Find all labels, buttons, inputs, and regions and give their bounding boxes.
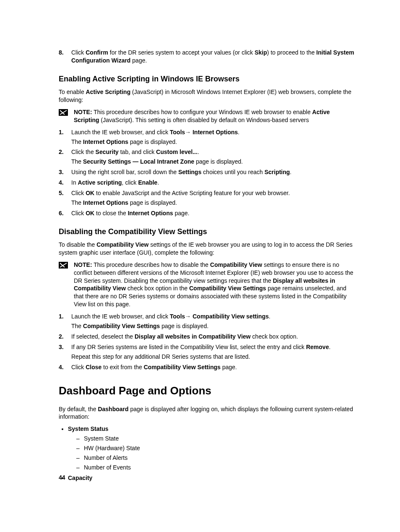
note-icon <box>59 109 68 116</box>
sec1-step-4: In Active scripting, click Enable. <box>71 179 356 187</box>
steps-sec1: Launch the IE web browser, and click Too… <box>59 128 356 217</box>
step-8: Click Confirm for the DR series system t… <box>71 49 356 65</box>
sec2-step-2: If selected, deselect the Display all we… <box>71 333 356 341</box>
sec1-step-1: Launch the IE web browser, and click Too… <box>71 128 356 146</box>
note-sec2: NOTE: This procedure describes how to di… <box>59 261 356 308</box>
sec1-step-1-sub: The Internet Options page is displayed. <box>71 138 356 146</box>
sec2-step-3-sub: Repeat this step for any additional DR S… <box>71 353 356 361</box>
note-text: NOTE: This procedure describes how to di… <box>74 261 356 308</box>
sec1-step-5: Click OK to enable JavaScript and the Ac… <box>71 189 356 207</box>
sec1-step-2: Click the Security tab, and click Custom… <box>71 148 356 166</box>
continued-steps: Click Confirm for the DR series system t… <box>59 49 356 65</box>
sub-item: Number of Alerts <box>84 454 356 462</box>
sec2-step-3: If any DR Series systems are listed in t… <box>71 343 356 361</box>
intro-sec3: By default, the Dashboard page is displa… <box>59 405 356 421</box>
sec2-step-1-sub: The Compatibility View Settings page is … <box>71 322 356 330</box>
sec1-step-2-sub: The Security Settings — Local Intranet Z… <box>71 158 356 166</box>
heading-enable-active-scripting: Enabling Active Scripting in Windows IE … <box>59 74 356 84</box>
intro-sec2: To disable the Compatibility View settin… <box>59 241 356 257</box>
bullet-system-status: System Status System State HW (Hardware)… <box>68 425 356 471</box>
sec1-step-5-sub: The Internet Options page is displayed. <box>71 199 356 207</box>
note-sec1: NOTE: This procedure describes how to co… <box>59 108 356 124</box>
sub-item: System State <box>84 435 356 443</box>
page-number: 44 <box>59 474 65 482</box>
sec2-step-4: Click Close to exit from the Compatibili… <box>71 363 356 371</box>
heading-disable-compat-view: Disabling the Compatibility View Setting… <box>59 227 356 237</box>
document-page: Click Confirm for the DR series system t… <box>0 0 400 532</box>
heading-dashboard: Dashboard Page and Options <box>59 383 356 398</box>
note-text: NOTE: This procedure describes how to co… <box>74 108 356 124</box>
sec1-step-6: Click OK to close the Internet Options p… <box>71 209 356 217</box>
sub-item: Number of Events <box>84 464 356 472</box>
bullet-capacity: Capacity <box>68 474 356 482</box>
note-icon <box>59 262 68 269</box>
intro-sec1: To enable Active Scripting (JavaScript) … <box>59 88 356 104</box>
sec2-step-1: Launch the IE web browser, and click Too… <box>71 313 356 330</box>
bullet-list-sec3: System Status System State HW (Hardware)… <box>59 425 356 482</box>
steps-sec2: Launch the IE web browser, and click Too… <box>59 313 356 371</box>
sec1-step-3: Using the right scroll bar, scroll down … <box>71 168 356 176</box>
sub-item: HW (Hardware) State <box>84 444 356 452</box>
sublist-system-status: System State HW (Hardware) State Number … <box>76 435 356 472</box>
